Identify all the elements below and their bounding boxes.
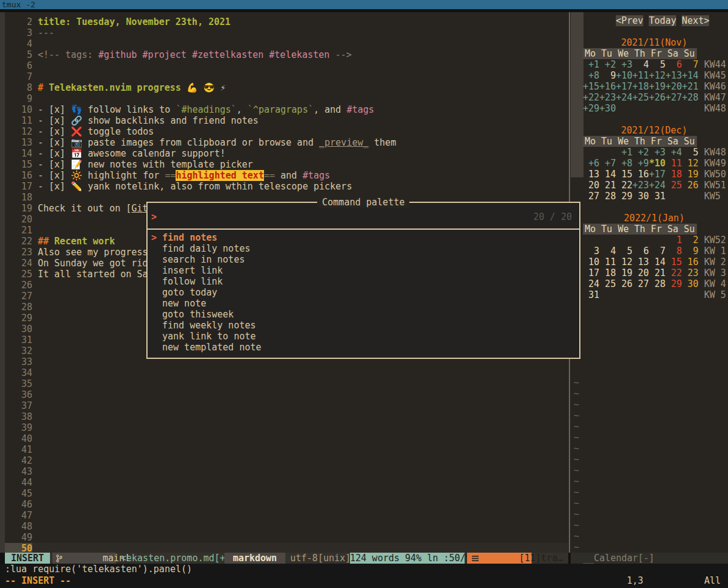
calendar-day[interactable]: +26 bbox=[649, 92, 665, 103]
calendar-day[interactable]: +19 bbox=[649, 81, 665, 92]
calendar-day[interactable]: 2 bbox=[682, 235, 699, 246]
editor-line[interactable]: 43 bbox=[5, 466, 38, 477]
calendar-day[interactable]: 16 bbox=[682, 257, 699, 267]
palette-item[interactable]: yank link to note bbox=[148, 331, 579, 342]
editor-line[interactable]: 29 bbox=[5, 313, 38, 324]
calendar-day[interactable]: +30 bbox=[599, 103, 616, 114]
calendar-day[interactable]: +16 bbox=[599, 81, 616, 92]
palette-item[interactable]: goto today bbox=[148, 287, 579, 298]
calendar-day[interactable]: +3 bbox=[649, 147, 665, 158]
calendar-day[interactable]: 26 bbox=[616, 278, 632, 289]
calendar-day[interactable]: 13 bbox=[583, 169, 599, 180]
calendar-day[interactable]: 16 bbox=[632, 169, 649, 180]
command-palette-prompt[interactable]: > 20 / 20 bbox=[148, 203, 579, 230]
calendar-day[interactable]: +17 bbox=[649, 169, 665, 180]
editor-line[interactable]: 14- [x] 📅 awesome calendar support! bbox=[5, 148, 226, 159]
calendar-day[interactable]: +1 bbox=[583, 59, 599, 70]
calendar-day[interactable]: +6 bbox=[583, 158, 599, 169]
calendar-day[interactable]: 21 bbox=[599, 180, 616, 191]
calendar-day[interactable]: +18 bbox=[632, 81, 649, 92]
calendar-day[interactable]: 20 bbox=[583, 180, 599, 191]
palette-item[interactable]: search in notes bbox=[148, 254, 579, 265]
calendar-day[interactable]: +21 bbox=[682, 81, 699, 92]
calendar-day[interactable]: 20 bbox=[632, 267, 649, 278]
palette-item[interactable]: find weekly notes bbox=[148, 320, 579, 331]
calendar-day[interactable]: +8 bbox=[616, 158, 632, 169]
editor-line[interactable]: 11- [x] 🔗 show backlinks and friend note… bbox=[5, 115, 259, 126]
calendar-day[interactable]: +27 bbox=[665, 92, 682, 103]
calendar-day[interactable]: 28 bbox=[649, 278, 665, 289]
calendar-day[interactable]: 4 bbox=[632, 59, 649, 70]
editor-line[interactable]: 24On Sunday we got rid bbox=[5, 258, 148, 269]
calendar-day[interactable]: 31 bbox=[649, 191, 665, 202]
calendar-day[interactable]: 15 bbox=[616, 169, 632, 180]
calendar-day[interactable]: 9 bbox=[599, 70, 616, 81]
calendar-day[interactable]: 12 bbox=[682, 158, 699, 169]
calendar-day[interactable]: +23 bbox=[632, 180, 649, 191]
calendar-day[interactable]: +4 bbox=[665, 147, 682, 158]
editor-line[interactable]: 16- [x] 🔆 highlight for ==highlighted te… bbox=[5, 170, 330, 181]
editor-line[interactable]: 4 bbox=[5, 38, 38, 49]
editor-line[interactable]: 23Also see my progress bbox=[5, 247, 148, 258]
calendar-day[interactable]: 14 bbox=[599, 169, 616, 180]
calendar-day[interactable]: 30 bbox=[682, 278, 699, 289]
palette-item[interactable]: insert link bbox=[148, 265, 579, 276]
calendar-day[interactable]: 23 bbox=[682, 267, 699, 278]
calendar-day[interactable]: 29 bbox=[665, 278, 682, 289]
editor-line[interactable]: 19Check it out on [Git bbox=[5, 203, 148, 214]
calendar-day[interactable]: +28 bbox=[682, 92, 699, 103]
editor-line[interactable]: 8# Telekasten.nvim progress 💪 😎 ⚡ bbox=[5, 82, 226, 93]
calendar-day[interactable]: 8 bbox=[665, 246, 682, 257]
editor-line[interactable]: 5<!-- tags: #github #project #zettelkast… bbox=[5, 49, 352, 60]
editor-line[interactable]: 48 bbox=[5, 521, 38, 532]
editor-line[interactable]: 46 bbox=[5, 499, 38, 510]
calendar-day[interactable]: +24 bbox=[649, 180, 665, 191]
calendar-day[interactable]: 11 bbox=[599, 257, 616, 267]
calendar-day[interactable]: +17 bbox=[616, 81, 632, 92]
calendar-day[interactable]: 18 bbox=[599, 267, 616, 278]
calendar-day[interactable]: +14 bbox=[682, 70, 699, 81]
editor-line[interactable]: 38 bbox=[5, 411, 38, 422]
tabs-segment[interactable]: [11]tra… bbox=[467, 553, 532, 564]
calendar-day[interactable]: +20 bbox=[665, 81, 682, 92]
editor-line[interactable]: 37 bbox=[5, 400, 38, 411]
editor-line[interactable]: 42 bbox=[5, 455, 38, 466]
editor-line[interactable]: 18 bbox=[5, 192, 38, 203]
calendar-day[interactable]: 10 bbox=[583, 257, 599, 267]
editor-line[interactable]: 27 bbox=[5, 291, 38, 302]
calendar-day[interactable]: 3 bbox=[583, 246, 599, 257]
calendar-day[interactable]: +24 bbox=[616, 92, 632, 103]
calendar-day[interactable]: 30 bbox=[632, 191, 649, 202]
calendar-day[interactable]: +10 bbox=[616, 70, 632, 81]
calendar-day[interactable]: 28 bbox=[599, 191, 616, 202]
calendar-day[interactable]: 5 bbox=[682, 147, 699, 158]
palette-item[interactable]: new templated note bbox=[148, 342, 579, 353]
editor-line[interactable]: 44 bbox=[5, 477, 38, 488]
calendar-day[interactable]: 25 bbox=[665, 180, 682, 191]
editor-line[interactable]: 15- [x] 📝 new notes with template picker bbox=[5, 159, 253, 170]
calendar-day[interactable]: 31 bbox=[583, 289, 599, 300]
calendar-day[interactable]: +3 bbox=[616, 59, 632, 70]
editor-line[interactable]: 3--- bbox=[5, 27, 54, 38]
editor-line[interactable]: 33 bbox=[5, 356, 38, 367]
editor-line[interactable]: 30 bbox=[5, 324, 38, 335]
calendar-day[interactable]: +7 bbox=[599, 158, 616, 169]
calendar-day[interactable]: +29 bbox=[583, 103, 599, 114]
calendar-day[interactable]: +11 bbox=[632, 70, 649, 81]
editor-line[interactable]: 9 bbox=[5, 93, 38, 104]
calendar-prev-button[interactable]: <Prev bbox=[616, 15, 643, 26]
editor-line[interactable]: 6 bbox=[5, 60, 38, 71]
calendar-day[interactable]: 27 bbox=[583, 191, 599, 202]
calendar-day[interactable]: 24 bbox=[583, 278, 599, 289]
calendar-day[interactable]: +22 bbox=[583, 92, 599, 103]
calendar-today-button[interactable]: Today bbox=[649, 15, 676, 26]
calendar-day[interactable]: 27 bbox=[632, 278, 649, 289]
editor-line[interactable]: 10- [x] 👣 follow links to `#headings`, `… bbox=[5, 104, 374, 115]
editor-line[interactable]: 45 bbox=[5, 488, 38, 499]
editor-line[interactable]: 25It all started on Sa bbox=[5, 269, 148, 280]
calendar-day[interactable]: 14 bbox=[649, 257, 665, 267]
calendar-day[interactable]: 18 bbox=[665, 169, 682, 180]
calendar-day[interactable]: 19 bbox=[682, 169, 699, 180]
filename-segment[interactable]: <ekasten.promo.md[+] bbox=[121, 553, 231, 564]
editor-line[interactable]: 28 bbox=[5, 302, 38, 313]
